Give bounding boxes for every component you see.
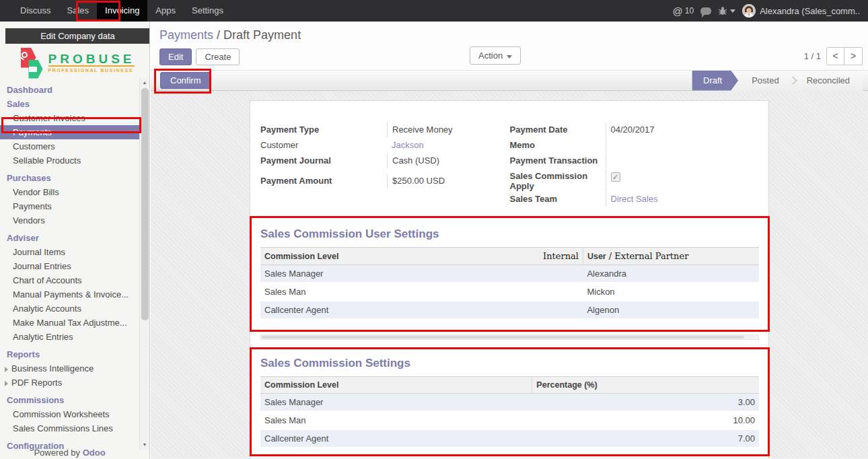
mentions-button[interactable]: @ 10: [673, 5, 694, 17]
sidebar-item-customer-invoices[interactable]: Customer Invoices: [0, 111, 149, 125]
pager-count: 1 / 1: [804, 51, 821, 61]
breadcrumb: Payments / Draft Payment: [159, 28, 868, 42]
sidebar-heading-sales[interactable]: Sales: [0, 97, 149, 111]
nav-item-apps[interactable]: Apps: [147, 0, 184, 22]
payment-transaction-label: Payment Transaction: [510, 154, 606, 168]
sales-team-label: Sales Team: [510, 192, 606, 207]
sidebar: Edit Company data PROBUSE PROFESSIONAL B…: [0, 22, 150, 459]
status-step-posted[interactable]: Posted: [738, 71, 792, 91]
header-overflow-label: Internal: [543, 251, 579, 261]
sidebar-item-analytic-accounts[interactable]: Analytic Accounts: [0, 302, 149, 316]
customer-link[interactable]: Jackson: [392, 140, 424, 150]
nav-item-discuss[interactable]: Discuss: [12, 0, 59, 22]
sales-commission-apply-checkbox[interactable]: ✓: [611, 172, 620, 182]
status-steps: Draft Posted Reconciled: [692, 71, 863, 91]
pager-previous-button[interactable]: <: [826, 47, 844, 65]
sidebar-item-customers[interactable]: Customers: [0, 139, 149, 153]
sidebar-item-tax-adjustments[interactable]: Make Manual Tax Adjustme...: [0, 316, 149, 330]
nav-item-sales[interactable]: Sales: [59, 0, 98, 22]
cell-percentage: 7.00: [532, 429, 759, 448]
cell-commission-level: Callcenter Agent: [260, 301, 583, 319]
debug-menu-button[interactable]: [718, 6, 735, 15]
breadcrumb-payments-link[interactable]: Payments: [159, 28, 213, 42]
sidebar-heading-commissions[interactable]: Commissions: [0, 393, 149, 407]
avatar: [742, 4, 756, 17]
status-bar: Confirm Draft Posted Reconciled: [151, 70, 868, 91]
commission-user-settings-section: Sales Commission User Settings Commissio…: [260, 227, 759, 340]
sidebar-scrollbar[interactable]: ▲ ▼: [139, 78, 149, 450]
sidebar-heading-reports[interactable]: Reports: [0, 347, 149, 361]
status-step-reconciled[interactable]: Reconciled: [793, 71, 863, 91]
create-button[interactable]: Create: [196, 48, 240, 65]
column-header-commission-level[interactable]: Commission Level Internal: [260, 248, 583, 265]
sidebar-item-manual-payments[interactable]: Manual Payments & Invoice...: [0, 287, 149, 302]
caret-down-icon: [507, 55, 512, 59]
table-row[interactable]: Sales Man Mickon: [260, 283, 759, 301]
cell-commission-level: Sales Manager: [260, 394, 532, 412]
cell-user: Mickon: [583, 283, 759, 301]
chevron-right-icon: [5, 367, 8, 372]
payment-type-label: Payment Type: [260, 123, 387, 137]
magnifier-icon: [22, 52, 28, 58]
commission-user-settings-table: Commission Level Internal User / Externa…: [260, 247, 759, 320]
table-row[interactable]: Callcenter Agent 7.00: [260, 429, 759, 448]
sidebar-item-chart-of-accounts[interactable]: Chart of Accounts: [0, 273, 149, 287]
column-header-commission-level[interactable]: Commission Level: [260, 377, 532, 394]
nav-item-settings[interactable]: Settings: [184, 0, 231, 22]
form-sheet: Payment Type Receive Money Customer Jack…: [250, 100, 769, 458]
user-menu[interactable]: Alexandra (Sales_comm..: [742, 4, 860, 17]
sales-team-link[interactable]: Direct Sales: [611, 194, 658, 204]
sidebar-item-payments-purchases[interactable]: Payments: [0, 199, 149, 213]
sidebar-item-sales-commissions-lines[interactable]: Sales Commissions Lines: [0, 421, 149, 435]
sidebar-item-commission-worksheets[interactable]: Commission Worksheets: [0, 407, 149, 421]
sidebar-item-analytic-entries[interactable]: Analytic Entries: [0, 330, 149, 344]
payment-amount-value: $250.00 USD: [387, 174, 510, 188]
content-background: Payment Type Receive Money Customer Jack…: [151, 91, 868, 458]
sidebar-item-vendors[interactable]: Vendors: [0, 213, 149, 227]
edit-company-data-button[interactable]: Edit Company data: [5, 28, 150, 44]
nav-item-invoicing[interactable]: Invoicing: [97, 0, 147, 22]
sidebar-heading-purchases[interactable]: Purchases: [0, 171, 149, 185]
sidebar-item-business-intelligence[interactable]: Business Intelligence: [0, 361, 149, 376]
odoo-link[interactable]: Odoo: [83, 448, 106, 458]
sidebar-menu: Dashboard Sales Customer Invoices Paymen…: [0, 83, 149, 453]
confirm-button[interactable]: Confirm: [160, 72, 211, 89]
scrollbar-thumb[interactable]: [262, 336, 744, 339]
sidebar-item-sellable-products[interactable]: Sellable Products: [0, 153, 149, 168]
top-nav: Discuss Sales Invoicing Apps Settings @ …: [0, 0, 868, 22]
sidebar-item-journal-entries[interactable]: Journal Entries: [0, 259, 149, 273]
pager-next-button[interactable]: >: [844, 47, 863, 65]
nav-menus: Discuss Sales Invoicing Apps Settings: [0, 0, 231, 22]
column-header-internal-user[interactable]: User / External Partner: [583, 248, 759, 265]
sidebar-item-label: PDF Reports: [11, 378, 62, 388]
sales-commission-apply-label: Sales Commission Apply: [510, 170, 606, 191]
table-row[interactable]: Sales Manager Alexandra: [260, 265, 759, 283]
table-row[interactable]: Sales Man 10.00: [260, 411, 759, 429]
logo-name: PROBUSE: [48, 52, 135, 67]
sidebar-item-dashboard[interactable]: Dashboard: [0, 83, 149, 97]
column-header-percentage[interactable]: Percentage (%): [532, 377, 759, 394]
customer-label: Customer: [260, 139, 387, 153]
sidebar-item-pdf-reports[interactable]: PDF Reports: [0, 376, 149, 390]
at-icon: @: [673, 5, 683, 17]
commission-settings-section: Sales Commission Settings Commission Lev…: [260, 357, 759, 448]
sidebar-item-journal-items[interactable]: Journal Items: [0, 245, 149, 259]
pager: 1 / 1 < >: [804, 47, 863, 65]
sidebar-heading-adviser[interactable]: Adviser: [0, 231, 149, 245]
action-dropdown-button[interactable]: Action: [470, 46, 521, 65]
scrollbar-thumb[interactable]: [141, 88, 149, 320]
header-label: Commission Level: [264, 252, 338, 261]
table-row[interactable]: Callcenter Agent Algenon: [260, 301, 759, 319]
scroll-up-arrow-icon[interactable]: ▲: [140, 78, 149, 87]
sidebar-item-vendor-bills[interactable]: Vendor Bills: [0, 185, 149, 199]
scroll-down-arrow-icon[interactable]: ▼: [140, 440, 149, 450]
username: Alexandra (Sales_comm..: [760, 6, 860, 16]
horizontal-scrollbar[interactable]: [260, 334, 759, 340]
company-logo[interactable]: PROBUSE PROFESSIONAL BUSINESS: [0, 44, 149, 79]
cell-commission-level: Sales Man: [260, 411, 532, 429]
sidebar-item-payments[interactable]: Payments: [0, 125, 149, 139]
payment-journal-label: Payment Journal: [260, 154, 387, 168]
edit-button[interactable]: Edit: [159, 48, 192, 65]
table-row[interactable]: Sales Manager 3.00: [260, 394, 759, 412]
messages-button[interactable]: [700, 7, 711, 15]
